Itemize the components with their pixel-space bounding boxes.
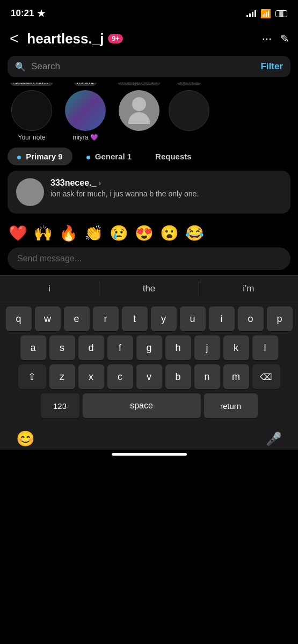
username-title: heartless._j	[27, 31, 104, 47]
story-note-miyra: I'm on 2	[74, 83, 97, 86]
story-label-miyra: miyra 💜	[72, 134, 98, 141]
suggestion-the[interactable]: the	[99, 281, 199, 296]
message-content: 333necee._ › ion ask for much, i jus wan…	[50, 178, 199, 198]
header-title: heartless._j 9+	[27, 31, 257, 47]
message-sender: 333necee._ ›	[50, 178, 199, 188]
key-shift[interactable]: ⇧	[18, 364, 46, 389]
key-d[interactable]: d	[78, 335, 104, 360]
chevron-right-icon: ›	[98, 179, 101, 187]
home-indicator	[112, 453, 187, 456]
key-g[interactable]: g	[136, 335, 162, 360]
primary-dot	[17, 156, 21, 159]
key-i[interactable]: i	[209, 306, 235, 331]
suggestion-i[interactable]: i	[0, 281, 99, 296]
reaction-raised-hands[interactable]: 🙌	[34, 224, 53, 242]
message-preview-card[interactable]: 333necee._ › ion ask for much, i jus wan…	[8, 171, 290, 214]
key-t[interactable]: t	[122, 306, 148, 331]
sender-name: 333necee._	[50, 178, 96, 188]
reaction-heart[interactable]: ❤️	[9, 224, 27, 242]
keyboard-row-3: ⇧ z x c v b n m ⌫	[2, 364, 296, 389]
key-o[interactable]: o	[238, 306, 264, 331]
reaction-heart-eyes[interactable]: 😍	[135, 224, 154, 242]
story-avatar-user3	[119, 90, 159, 131]
key-v[interactable]: v	[136, 364, 162, 389]
story-item-user3[interactable]: ion ask for much, i jus wanna b th...	[115, 83, 163, 141]
story-avatar-user4	[169, 90, 209, 131]
header-icons: ··· ✎	[262, 32, 289, 46]
key-c[interactable]: c	[107, 364, 133, 389]
key-z[interactable]: z	[49, 364, 75, 389]
key-return[interactable]: return	[204, 393, 258, 418]
story-note-your-note: i shouldn't have went to school t...	[10, 83, 53, 86]
story-avatar-miyra	[65, 90, 106, 131]
tabs: Primary 9 General 1 Requests	[0, 141, 298, 165]
filter-button[interactable]: Filter	[255, 61, 283, 72]
key-m[interactable]: m	[223, 364, 249, 389]
more-options-button[interactable]: ···	[262, 32, 272, 46]
message-sender-avatar	[16, 178, 44, 206]
key-j[interactable]: j	[194, 335, 220, 360]
key-numbers[interactable]: 123	[41, 393, 79, 418]
battery-icon: ▓	[275, 10, 287, 17]
status-icons: 📶 ▓	[246, 9, 287, 19]
emoji-button[interactable]: 😊	[16, 430, 35, 448]
keyboard: q w e r t y u i o p a s d f g h j k l ⇧ …	[0, 302, 298, 425]
story-note-user4: ev... hor...	[177, 83, 201, 85]
key-w[interactable]: w	[35, 306, 61, 331]
stories-row: i shouldn't have went to school t... You…	[0, 83, 298, 141]
reaction-cry[interactable]: 😢	[110, 224, 128, 242]
story-avatar-your-note	[11, 90, 52, 131]
tab-requests[interactable]: Requests	[146, 148, 201, 165]
key-p[interactable]: p	[267, 306, 293, 331]
keyboard-suggestions: i the i'm	[0, 275, 298, 302]
edit-button[interactable]: ✎	[280, 32, 289, 45]
key-b[interactable]: b	[165, 364, 191, 389]
search-icon: 🔍	[15, 62, 26, 72]
key-q[interactable]: q	[6, 306, 32, 331]
search-input[interactable]: Search	[31, 61, 250, 72]
message-text: ion ask for much, i jus wanna b the only…	[50, 189, 199, 198]
story-item-user4[interactable]: ev... hor...	[169, 83, 209, 141]
wifi-icon: 📶	[260, 9, 271, 19]
microphone-button[interactable]: 🎤	[266, 431, 282, 447]
story-label-your-note: Your note	[18, 134, 46, 141]
status-time: 10:21 ★	[11, 8, 45, 19]
key-x[interactable]: x	[78, 364, 104, 389]
story-item-miyra[interactable]: I'm on 2 miyra 💜	[61, 83, 110, 141]
key-k[interactable]: k	[223, 335, 249, 360]
notification-badge: 9+	[108, 34, 123, 43]
key-h[interactable]: h	[165, 335, 191, 360]
general-dot	[86, 156, 90, 159]
tab-primary[interactable]: Primary 9	[8, 148, 72, 165]
status-bar: 10:21 ★ 📶 ▓	[0, 0, 298, 24]
reaction-clap[interactable]: 👏	[84, 224, 103, 242]
tab-requests-label: Requests	[155, 152, 192, 161]
key-delete[interactable]: ⌫	[252, 364, 280, 389]
reaction-laugh[interactable]: 😂	[185, 224, 204, 242]
message-input-placeholder: Send message...	[17, 254, 82, 263]
reactions-row: ❤️ 🙌 🔥 👏 😢 😍 😮 😂	[0, 219, 298, 246]
suggestion-im[interactable]: i'm	[199, 281, 298, 296]
key-u[interactable]: u	[180, 306, 206, 331]
key-y[interactable]: y	[151, 306, 177, 331]
key-a[interactable]: a	[20, 335, 46, 360]
reaction-wow[interactable]: 😮	[160, 224, 179, 242]
key-n[interactable]: n	[194, 364, 220, 389]
key-e[interactable]: e	[64, 306, 90, 331]
key-s[interactable]: s	[49, 335, 75, 360]
key-f[interactable]: f	[107, 335, 133, 360]
message-input[interactable]: Send message...	[8, 247, 290, 270]
key-r[interactable]: r	[93, 306, 119, 331]
tab-general[interactable]: General 1	[77, 148, 142, 165]
reaction-fire[interactable]: 🔥	[59, 224, 78, 242]
key-space[interactable]: space	[83, 393, 201, 418]
keyboard-row-4: 123 space return	[2, 393, 296, 418]
story-item-your-note[interactable]: i shouldn't have went to school t... You…	[8, 83, 56, 141]
back-button[interactable]: <	[5, 28, 23, 49]
search-bar[interactable]: 🔍 Search Filter	[8, 56, 290, 77]
tab-general-label: General 1	[95, 152, 132, 161]
key-l[interactable]: l	[252, 335, 278, 360]
clock: 10:21	[11, 8, 34, 19]
bottom-bar: 😊 🎤	[0, 425, 298, 450]
keyboard-row-2: a s d f g h j k l	[2, 335, 296, 360]
